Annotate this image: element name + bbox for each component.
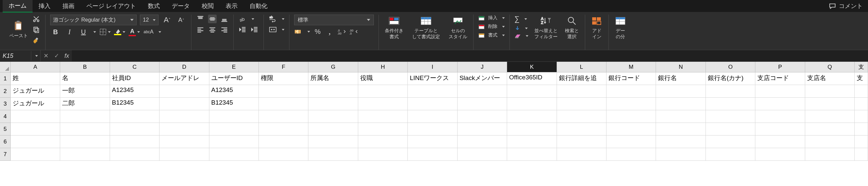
- cell[interactable]: [458, 85, 507, 98]
- row-header[interactable]: 6: [0, 135, 11, 148]
- copy-icon[interactable]: [32, 25, 40, 34]
- cell[interactable]: [656, 110, 706, 123]
- cell[interactable]: [706, 85, 755, 98]
- clear-button[interactable]: [515, 33, 528, 38]
- cell[interactable]: [855, 85, 868, 98]
- wrap-text-icon[interactable]: ab: [269, 14, 277, 23]
- cell[interactable]: A12345: [209, 85, 259, 98]
- cell[interactable]: [557, 148, 607, 161]
- column-header[interactable]: N: [656, 62, 706, 72]
- chevron-down-icon[interactable]: [93, 31, 96, 33]
- cell[interactable]: [557, 135, 607, 148]
- tab-automate[interactable]: 自動化: [244, 0, 274, 12]
- column-header[interactable]: A: [11, 62, 60, 72]
- cut-icon[interactable]: [32, 14, 40, 23]
- cell[interactable]: [755, 148, 805, 161]
- cell[interactable]: [358, 135, 408, 148]
- cell[interactable]: 役職: [358, 72, 408, 85]
- increase-font-size-icon[interactable]: A˄: [162, 15, 173, 25]
- cell[interactable]: [855, 110, 868, 123]
- column-header[interactable]: 支: [855, 62, 868, 72]
- cell[interactable]: [607, 123, 656, 135]
- cell[interactable]: [408, 98, 457, 110]
- cell[interactable]: [557, 123, 607, 135]
- borders-button[interactable]: [99, 28, 111, 35]
- cell[interactable]: [656, 85, 706, 98]
- cell[interactable]: [656, 98, 706, 110]
- tab-view[interactable]: 表示: [220, 0, 244, 12]
- column-header[interactable]: F: [259, 62, 308, 72]
- increase-decimal-icon[interactable]: .0.00: [337, 27, 346, 36]
- conditional-formatting-button[interactable]: 条件付き 書式: [383, 14, 405, 40]
- cell[interactable]: [209, 123, 259, 135]
- cell[interactable]: [805, 123, 855, 135]
- cell[interactable]: [507, 148, 557, 161]
- cell[interactable]: [656, 148, 706, 161]
- tab-draw[interactable]: 描画: [57, 0, 81, 12]
- cell[interactable]: [458, 148, 507, 161]
- cell[interactable]: [755, 110, 805, 123]
- cell[interactable]: [408, 135, 457, 148]
- cell[interactable]: [110, 110, 159, 123]
- font-size-select[interactable]: 12: [140, 14, 158, 25]
- cells-delete-button[interactable]: 削除: [478, 23, 505, 30]
- cell[interactable]: [755, 98, 805, 110]
- row-header[interactable]: 5: [0, 123, 11, 135]
- underline-button[interactable]: U: [78, 27, 89, 36]
- cell[interactable]: [656, 123, 706, 135]
- decrease-indent-icon[interactable]: [238, 25, 247, 34]
- column-header[interactable]: L: [557, 62, 607, 72]
- cell[interactable]: [805, 85, 855, 98]
- column-header[interactable]: H: [358, 62, 408, 72]
- cell[interactable]: [259, 135, 308, 148]
- cell[interactable]: [458, 135, 507, 148]
- cell[interactable]: [358, 85, 408, 98]
- cell[interactable]: [507, 110, 557, 123]
- font-name-select[interactable]: 游ゴシック Regular (本文): [50, 14, 136, 25]
- cell[interactable]: [557, 98, 607, 110]
- cell[interactable]: 銀行名: [656, 72, 706, 85]
- find-select-button[interactable]: 検索と 選択: [564, 14, 580, 40]
- cell[interactable]: [805, 148, 855, 161]
- cell[interactable]: [259, 98, 308, 110]
- cell[interactable]: [607, 135, 656, 148]
- name-box-dropdown[interactable]: [31, 50, 40, 61]
- cell[interactable]: [159, 148, 209, 161]
- cell[interactable]: [458, 110, 507, 123]
- select-all-corner[interactable]: [0, 62, 11, 72]
- tab-home[interactable]: ホーム: [3, 0, 33, 12]
- cell[interactable]: 名: [60, 72, 110, 85]
- cell[interactable]: [805, 110, 855, 123]
- cell[interactable]: [110, 123, 159, 135]
- orientation-icon[interactable]: ab: [238, 14, 247, 23]
- cell[interactable]: [607, 85, 656, 98]
- cell[interactable]: [408, 85, 457, 98]
- cell[interactable]: [60, 135, 110, 148]
- cell[interactable]: 姓: [11, 72, 60, 85]
- cell[interactable]: [507, 135, 557, 148]
- cell[interactable]: [358, 123, 408, 135]
- format-painter-icon[interactable]: [32, 36, 40, 44]
- data-analysis-button[interactable]: デー の分: [614, 14, 627, 40]
- cell[interactable]: [159, 110, 209, 123]
- cell[interactable]: [110, 135, 159, 148]
- cell[interactable]: ジュガール: [11, 98, 60, 110]
- cell[interactable]: [358, 98, 408, 110]
- column-header[interactable]: E: [209, 62, 259, 72]
- decrease-decimal-icon[interactable]: .00.0: [349, 27, 358, 36]
- confirm-formula-button[interactable]: ✓: [51, 50, 62, 61]
- column-header[interactable]: K: [507, 62, 557, 72]
- chevron-down-icon[interactable]: [282, 29, 284, 31]
- cell[interactable]: [557, 110, 607, 123]
- cells-format-button[interactable]: 書式: [478, 32, 505, 38]
- column-header[interactable]: Q: [805, 62, 855, 72]
- cell[interactable]: [408, 148, 457, 161]
- cell[interactable]: [11, 110, 60, 123]
- cell[interactable]: [755, 85, 805, 98]
- column-header[interactable]: I: [408, 62, 457, 72]
- cell[interactable]: [855, 98, 868, 110]
- cell[interactable]: [159, 98, 209, 110]
- cell[interactable]: [706, 135, 755, 148]
- row-header[interactable]: 7: [0, 148, 11, 161]
- column-header[interactable]: B: [60, 62, 110, 72]
